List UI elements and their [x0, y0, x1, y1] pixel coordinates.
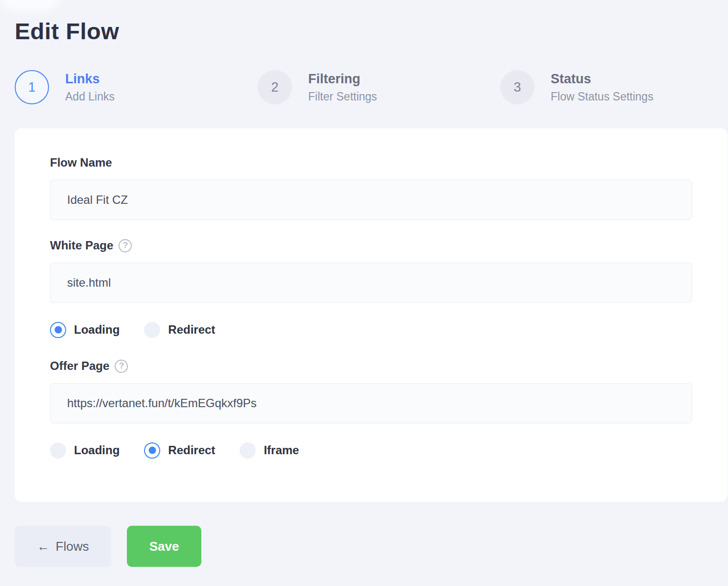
left-arrow-icon: ←: [37, 539, 50, 554]
radio-selected-icon[interactable]: [144, 442, 160, 459]
step-subtitle: Flow Status Settings: [551, 90, 654, 103]
offer-page-mode-loading[interactable]: Loading: [50, 442, 120, 459]
offer-page-label-text: Offer Page: [50, 359, 109, 373]
question-circle-icon[interactable]: ?: [115, 360, 128, 373]
page-title: Edit Flow: [15, 18, 119, 45]
flow-name-label: Flow Name: [50, 156, 707, 170]
radio-label: Redirect: [168, 323, 215, 337]
step-status[interactable]: 3 Status Flow Status Settings: [500, 70, 654, 104]
step-number: 1: [28, 80, 35, 95]
step-number: 2: [271, 80, 278, 95]
step-3-number-badge: 3: [500, 70, 534, 104]
step-subtitle: Add Links: [65, 90, 115, 103]
step-links[interactable]: 1 Links Add Links: [15, 70, 115, 104]
form-actions: ← Flows Save: [15, 526, 201, 567]
back-button-label: Flows: [56, 539, 89, 554]
step-title: Links: [65, 71, 115, 87]
radio-unselected-icon[interactable]: [144, 322, 160, 338]
radio-unselected-icon[interactable]: [50, 442, 66, 459]
step-title: Status: [551, 71, 654, 87]
step-2-number-badge: 2: [258, 70, 292, 104]
flow-name-label-text: Flow Name: [50, 156, 112, 170]
flow-name-input[interactable]: [50, 180, 692, 220]
stepper: 1 Links Add Links 2 Filtering Filter Set…: [0, 70, 728, 106]
radio-label: Redirect: [168, 443, 215, 457]
radio-selected-icon[interactable]: [50, 322, 66, 338]
offer-page-mode-iframe[interactable]: Iframe: [240, 442, 299, 459]
back-to-flows-button[interactable]: ← Flows: [15, 526, 111, 567]
step-number: 3: [513, 80, 521, 95]
white-page-mode-group: Loading Redirect: [50, 321, 707, 338]
cutoff-pill-decoration: [4, 0, 56, 8]
flow-form-card: Flow Name White Page ? Loading Redirect …: [15, 128, 728, 502]
radio-label: Iframe: [264, 443, 299, 457]
step-filtering[interactable]: 2 Filtering Filter Settings: [258, 70, 377, 104]
white-page-label: White Page ?: [50, 239, 707, 252]
question-circle-icon[interactable]: ?: [119, 239, 132, 252]
offer-page-mode-group: Loading Redirect Iframe: [50, 442, 707, 459]
step-title: Filtering: [308, 71, 377, 87]
radio-label: Loading: [74, 323, 120, 337]
white-page-input[interactable]: [50, 263, 692, 303]
radio-unselected-icon[interactable]: [240, 442, 256, 459]
white-page-mode-redirect[interactable]: Redirect: [144, 322, 215, 338]
save-button[interactable]: Save: [127, 526, 201, 567]
step-1-number-badge: 1: [15, 70, 49, 104]
white-page-label-text: White Page: [50, 239, 113, 252]
step-subtitle: Filter Settings: [308, 90, 377, 103]
offer-page-label: Offer Page ?: [50, 359, 707, 373]
offer-page-mode-redirect[interactable]: Redirect: [144, 442, 215, 459]
radio-label: Loading: [74, 443, 120, 457]
white-page-mode-loading[interactable]: Loading: [50, 322, 120, 338]
offer-page-input[interactable]: [50, 383, 692, 423]
